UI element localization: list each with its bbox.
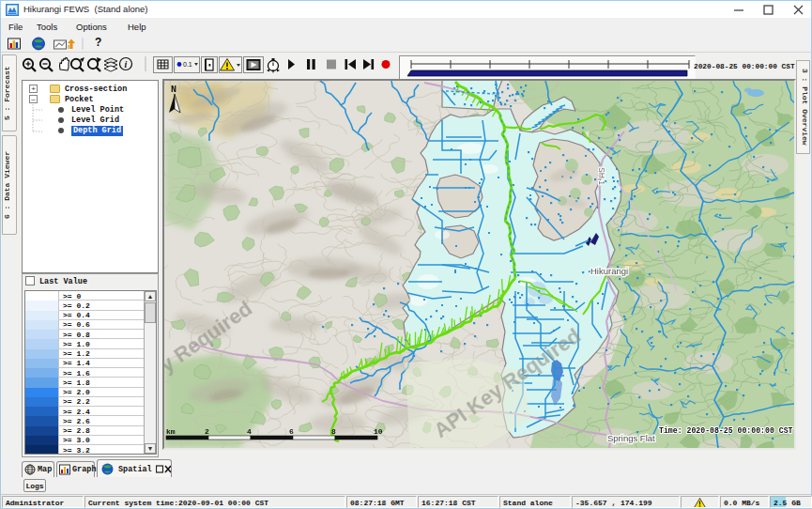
svg-text:2: 2 [205,427,209,436]
svg-text:SH 1: SH 1 [597,167,606,185]
svg-text:N: N [171,85,176,95]
svg-text:Hikurangi: Hikurangi [590,266,628,276]
svg-text:10: 10 [374,427,383,436]
svg-text:4: 4 [247,427,252,436]
svg-text:Springs Flat: Springs Flat [607,433,655,443]
svg-text:8: 8 [331,427,336,436]
svg-text:6: 6 [289,427,294,436]
svg-text:i: i [124,59,127,69]
svg-text:0.1: 0.1 [183,61,192,68]
svg-text:km: km [166,427,176,436]
svg-text:Time: 2020-08-25 00:00:00 CST: Time: 2020-08-25 00:00:00 CST [659,426,793,435]
